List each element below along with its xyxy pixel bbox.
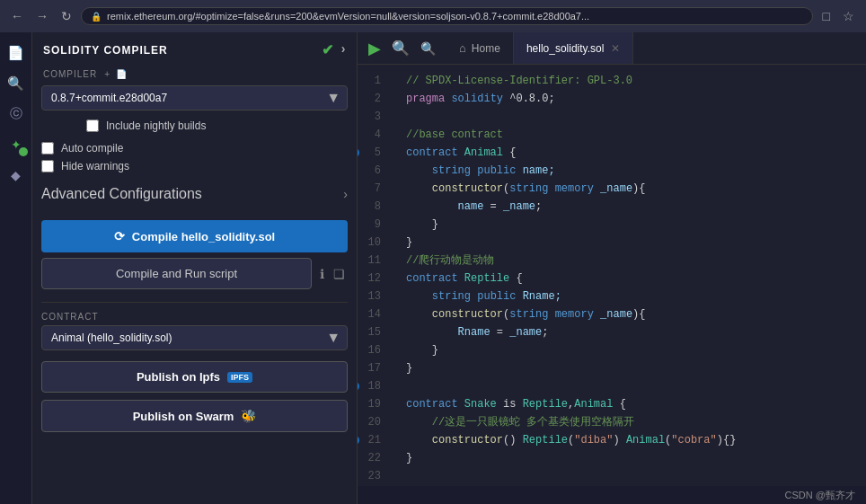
code-line: // SPDX-License-Identifier: GPL-3.0: [406, 72, 855, 90]
top-bar: ← → ↻ 🔒 remix.ethereum.org/#optimize=fal…: [0, 0, 866, 32]
compiler-add-icons: + 📄: [104, 69, 128, 79]
share-button[interactable]: □: [818, 7, 835, 25]
zoom-in-button[interactable]: 🔍: [388, 38, 413, 58]
info-icon[interactable]: ℹ: [317, 265, 327, 283]
deploy-button[interactable]: ◆: [3, 162, 30, 189]
attribution: CSDN @甄齐才: [785, 489, 855, 502]
back-button[interactable]: ←: [7, 7, 27, 25]
advanced-chevron-icon: ›: [343, 187, 348, 201]
run-script-row: Compile and Run script ℹ ❏: [41, 258, 348, 289]
line-number: 23: [358, 467, 388, 485]
forward-button[interactable]: →: [32, 7, 52, 25]
compile-button[interactable]: ⟳ Compile hello_solidity.sol: [41, 220, 348, 252]
auto-compile-row: Auto compile: [32, 139, 357, 157]
auto-compile-label[interactable]: Auto compile: [61, 142, 123, 155]
check-icon[interactable]: ✔: [322, 41, 334, 58]
compiler-title: SOLIDITY COMPILER: [43, 44, 168, 57]
code-line: Rname = _name;: [406, 323, 855, 341]
line-number: 17: [358, 359, 388, 377]
code-area: 1234567891011121314151617181920212223242…: [358, 65, 866, 486]
run-button[interactable]: ▶: [365, 37, 384, 60]
run-script-button[interactable]: Compile and Run script: [41, 258, 312, 289]
code-line: }: [406, 449, 855, 467]
editor-area: ▶ 🔍 🔍 ⌂ Home hello_solidity.sol ✕ 123456…: [358, 32, 866, 504]
code-line: [406, 108, 855, 126]
line-number: 22: [358, 449, 388, 467]
line-number: 13: [358, 287, 388, 305]
nightly-label[interactable]: Include nightly builds: [106, 119, 206, 132]
bookmark-button[interactable]: ☆: [838, 7, 859, 25]
code-line: //爬行动物是动物: [406, 252, 855, 270]
line-number: 20: [358, 413, 388, 431]
compiler-header-left: SOLIDITY COMPILER: [43, 44, 168, 57]
copy-icon[interactable]: ❏: [331, 265, 348, 283]
code-content[interactable]: // SPDX-License-Identifier: GPL-3.0pragm…: [395, 65, 866, 486]
line-number: 2: [358, 90, 388, 108]
line-number: 19: [358, 395, 388, 413]
add-compiler-button[interactable]: +: [104, 69, 110, 79]
contract-section: CONTRACT Animal (hello_solidity.sol) ▼: [32, 306, 357, 354]
auto-compile-checkbox[interactable]: [41, 142, 54, 155]
code-line: }: [406, 359, 855, 377]
zoom-out-button[interactable]: 🔍: [417, 40, 439, 57]
compiler-section-label: COMPILER + 📄: [32, 64, 357, 82]
code-line: constructor(string memory _name){: [406, 305, 855, 323]
hide-warnings-checkbox[interactable]: [41, 160, 54, 172]
nightly-row: Include nightly builds: [32, 116, 357, 139]
swarm-icon: 🐝: [241, 409, 256, 423]
publish-swarm-button[interactable]: Publish on Swarm 🐝: [41, 400, 348, 432]
advanced-row[interactable]: Advanced Configurations ›: [32, 175, 357, 213]
compiler-panel: SOLIDITY COMPILER ✔ › COMPILER + 📄 0.8.7…: [32, 32, 358, 504]
tab-file-label: hello_solidity.sol: [526, 42, 605, 55]
search-button[interactable]: 🔍: [3, 70, 30, 97]
line-number: 18: [358, 377, 388, 395]
code-line: //base contract: [406, 126, 855, 144]
chevron-right-icon[interactable]: ›: [341, 41, 346, 58]
code-line: constructor() Reptile("diba") Animal("co…: [406, 431, 855, 449]
nightly-checkbox[interactable]: [86, 119, 99, 132]
code-line: string public Rname;: [406, 287, 855, 305]
code-line: contract Snake is Reptile,Animal {: [406, 395, 855, 413]
code-line: pragma solidity ^0.8.0;: [406, 90, 855, 108]
code-line: contract Reptile {: [406, 270, 855, 287]
compiler-badge: [19, 147, 28, 156]
line-number: 1: [358, 72, 388, 90]
code-line: }: [406, 234, 855, 252]
contract-select-wrapper: Animal (hello_solidity.sol) ▼: [41, 325, 348, 350]
hide-warnings-label[interactable]: Hide warnings: [61, 160, 129, 172]
home-icon: ⌂: [459, 41, 466, 55]
editor-tabs: ⌂ Home hello_solidity.sol ✕: [446, 32, 633, 64]
hide-warnings-row: Hide warnings: [32, 157, 357, 175]
advanced-title: Advanced Configurations: [41, 186, 202, 202]
line-number: 9: [358, 216, 388, 234]
compiler-button[interactable]: ✦: [3, 131, 30, 158]
divider: [41, 302, 348, 303]
line-number: 4: [358, 126, 388, 144]
git-button[interactable]: ⓒ: [3, 101, 30, 128]
compiler-version-select[interactable]: 0.8.7+commit.e28d00a7: [41, 85, 348, 111]
status-bar: CSDN @甄齐才: [358, 486, 866, 504]
line-number: 14: [358, 305, 388, 323]
publish-swarm-label: Publish on Swarm: [133, 410, 234, 423]
reload-button[interactable]: ↻: [57, 7, 75, 25]
files-button[interactable]: 📄: [3, 40, 30, 66]
address-bar[interactable]: 🔒 remix.ethereum.org/#optimize=false&run…: [81, 7, 813, 25]
compiler-select-wrapper: 0.8.7+commit.e28d00a7 ▼: [41, 85, 348, 111]
code-line: [406, 377, 855, 395]
line-number: 24: [358, 485, 388, 486]
tab-close-button[interactable]: ✕: [611, 42, 620, 55]
line-number: 15: [358, 323, 388, 341]
line-numbers: 1234567891011121314151617181920212223242…: [358, 65, 395, 486]
tab-home[interactable]: ⌂ Home: [446, 32, 514, 64]
publish-ipfs-button[interactable]: Publish on Ipfs IPFS: [41, 361, 348, 393]
url-text: remix.ethereum.org/#optimize=false&runs=…: [107, 11, 589, 22]
line-number: 8: [358, 198, 388, 216]
contract-select[interactable]: Animal (hello_solidity.sol): [41, 325, 348, 350]
ipfs-badge: IPFS: [227, 372, 252, 383]
file-compiler-button[interactable]: 📄: [116, 69, 128, 79]
line-number: 21: [358, 431, 388, 449]
tab-file[interactable]: hello_solidity.sol ✕: [514, 32, 634, 64]
code-line: }: [406, 216, 855, 234]
line-number: 7: [358, 180, 388, 198]
compiler-header: SOLIDITY COMPILER ✔ ›: [32, 32, 357, 64]
